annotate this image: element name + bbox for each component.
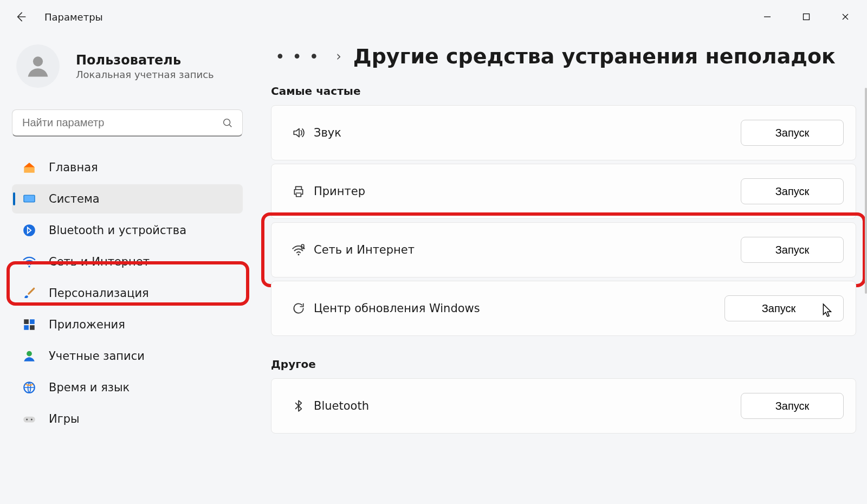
brush-icon <box>22 286 37 301</box>
svg-point-15 <box>31 419 33 421</box>
card-label: Принтер <box>314 185 365 198</box>
bluetooth-icon <box>283 399 314 413</box>
close-button[interactable] <box>826 4 865 30</box>
svg-rect-9 <box>24 325 29 330</box>
sidebar-item-apps[interactable]: Приложения <box>12 310 243 339</box>
account-icon <box>22 348 37 364</box>
run-button[interactable]: Запуск <box>741 178 844 204</box>
maximize-icon <box>803 13 810 21</box>
sidebar-item-home[interactable]: Главная <box>12 153 243 182</box>
search-box[interactable] <box>12 109 243 137</box>
app-title: Параметры <box>44 11 103 23</box>
sidebar-item-label: Приложения <box>49 318 125 331</box>
main-content: • • • › Другие средства устранения непол… <box>255 34 867 504</box>
globe-icon <box>22 380 37 395</box>
sidebar-item-label: Система <box>49 192 100 205</box>
home-icon <box>22 160 37 175</box>
section-other-title: Другое <box>271 358 856 371</box>
svg-rect-13 <box>23 417 35 423</box>
cursor-icon <box>822 303 834 318</box>
card-label: Звук <box>314 126 341 139</box>
card-label: Сеть и Интернет <box>314 243 415 256</box>
window-controls <box>748 4 865 30</box>
sidebar-item-label: Игры <box>49 412 80 425</box>
svg-point-5 <box>23 224 35 236</box>
troubleshooter-bluetooth[interactable]: Bluetooth Запуск <box>271 378 856 434</box>
sidebar-item-label: Главная <box>49 161 98 174</box>
svg-point-16 <box>297 254 299 255</box>
chevron-right-icon: › <box>336 49 341 64</box>
sidebar-item-accounts[interactable]: Учетные записи <box>12 341 243 371</box>
minimize-button[interactable] <box>748 4 787 30</box>
system-icon <box>22 191 37 206</box>
sidebar-item-label: Время и язык <box>49 381 130 394</box>
sidebar-nav: Главная Система Bluetooth и устройства С… <box>12 153 243 434</box>
svg-point-6 <box>28 266 30 267</box>
maximize-button[interactable] <box>787 4 826 30</box>
scrollbar[interactable] <box>865 88 867 294</box>
sidebar-item-label: Сеть и Интернет <box>49 255 150 268</box>
wifi-icon <box>22 254 37 269</box>
user-subtitle: Локальная учетная запись <box>76 69 214 80</box>
sidebar-item-gaming[interactable]: Игры <box>12 404 243 434</box>
section-frequent-title: Самые частые <box>271 85 856 98</box>
svg-rect-17 <box>301 244 303 249</box>
user-name: Пользователь <box>76 53 214 68</box>
run-button[interactable]: Запуск <box>741 120 844 146</box>
search-input[interactable] <box>21 116 222 130</box>
sound-icon <box>283 126 314 140</box>
sidebar-item-label: Учетные записи <box>49 350 145 363</box>
network-icon <box>283 243 314 257</box>
gamepad-icon <box>22 411 37 427</box>
card-label: Bluetooth <box>314 399 369 412</box>
sidebar-item-personalization[interactable]: Персонализация <box>12 279 243 308</box>
troubleshooter-sound[interactable]: Звук Запуск <box>271 105 856 160</box>
back-button[interactable] <box>11 7 30 27</box>
svg-rect-4 <box>24 196 34 202</box>
apps-icon <box>22 317 37 332</box>
svg-point-14 <box>26 419 28 421</box>
troubleshooter-network[interactable]: Сеть и Интернет Запуск <box>271 222 856 277</box>
minimize-icon <box>763 12 772 21</box>
svg-rect-7 <box>24 319 29 324</box>
troubleshooter-printer[interactable]: Принтер Запуск <box>271 164 856 219</box>
svg-rect-0 <box>804 14 810 20</box>
svg-point-1 <box>33 56 43 66</box>
svg-rect-8 <box>30 319 35 324</box>
sidebar-item-network[interactable]: Сеть и Интернет <box>12 247 243 276</box>
other-troubleshooters: Bluetooth Запуск <box>271 378 856 434</box>
close-icon <box>841 12 850 21</box>
run-button[interactable]: Запуск <box>741 237 844 263</box>
printer-icon <box>283 184 314 198</box>
svg-rect-10 <box>30 325 35 330</box>
bluetooth-icon <box>22 223 37 238</box>
sidebar-item-bluetooth[interactable]: Bluetooth и устройства <box>12 216 243 245</box>
sidebar-item-label: Bluetooth и устройства <box>49 224 186 237</box>
svg-point-11 <box>27 351 32 357</box>
page-title: Другие средства устранения неполадок <box>353 44 836 68</box>
breadcrumb-more[interactable]: • • • <box>271 45 324 68</box>
card-label: Центр обновления Windows <box>314 302 480 315</box>
back-arrow-icon <box>14 10 28 24</box>
run-button[interactable]: Запуск <box>741 393 844 419</box>
sidebar: Пользователь Локальная учетная запись Гл… <box>0 34 255 504</box>
titlebar: Параметры <box>0 0 867 34</box>
svg-point-2 <box>224 119 230 125</box>
frequent-troubleshooters: Звук Запуск Принтер Запуск Сеть и Интерн… <box>271 105 856 336</box>
avatar <box>16 44 60 88</box>
breadcrumb: • • • › Другие средства устранения непол… <box>271 44 856 68</box>
troubleshooter-windows-update[interactable]: Центр обновления Windows Запуск <box>271 281 856 336</box>
user-block[interactable]: Пользователь Локальная учетная запись <box>12 44 243 88</box>
sidebar-item-label: Персонализация <box>49 287 149 300</box>
sidebar-item-system[interactable]: Система <box>12 184 243 214</box>
search-icon <box>222 117 234 129</box>
sidebar-item-time-language[interactable]: Время и язык <box>12 373 243 402</box>
avatar-icon <box>24 52 52 80</box>
update-icon <box>283 301 314 315</box>
